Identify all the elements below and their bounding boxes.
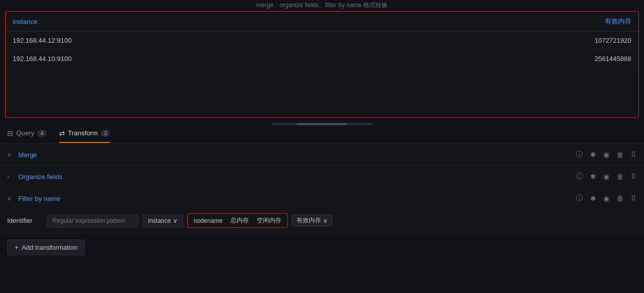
- merge-trash-icon[interactable]: 🗑: [616, 150, 625, 160]
- transform-filter-section: ∨ Filter by name ⓘ ✱ ◉ 🗑 ⠿ Identifier in…: [0, 188, 644, 233]
- filter-title-left: ∨ Filter by name: [7, 195, 60, 202]
- tags-container: nodename 总内存 空闲内存: [187, 213, 288, 228]
- transform-organize-header[interactable]: › Organize fields ⓘ ✱ ◉ 🗑 ⠿: [0, 166, 644, 187]
- tag-nodename[interactable]: nodename: [191, 216, 226, 225]
- filter-title: Filter by name: [18, 195, 60, 202]
- organize-info-icon[interactable]: ⓘ: [575, 171, 584, 182]
- filter-dropdown-value: instance: [148, 217, 171, 224]
- data-table: instance 有效内存 192.168.44.12:9100 1072721…: [6, 12, 638, 68]
- filter-actions: ⓘ ✱ ◉ 🗑 ⠿: [575, 193, 637, 204]
- organize-chevron-icon: ›: [7, 173, 14, 180]
- add-transformation-icon: +: [15, 244, 19, 251]
- filter-dropdown[interactable]: instance ∨: [142, 214, 183, 227]
- transforms-list: ∨ Merge ⓘ ✱ ◉ 🗑 ⠿ › Organize fields: [0, 144, 644, 233]
- filter-settings-icon[interactable]: ✱: [589, 193, 597, 203]
- merge-title: Merge: [18, 151, 37, 159]
- active-tag[interactable]: 有效内存 ∨: [292, 215, 332, 226]
- organize-actions: ⓘ ✱ ◉ 🗑 ⠿: [575, 171, 637, 182]
- merge-settings-icon[interactable]: ✱: [589, 150, 597, 160]
- table-row: 192.168.44.10:9100 2561445888: [6, 50, 638, 68]
- filter-dropdown-chevron: ∨: [173, 217, 178, 224]
- merge-drag-icon[interactable]: ⠿: [630, 150, 637, 160]
- transform-merge-header[interactable]: ∨ Merge ⓘ ✱ ◉ 🗑 ⠿: [0, 144, 644, 165]
- merge-chevron-icon: ∨: [7, 151, 14, 158]
- filter-identifier-label: Identifier: [7, 217, 43, 224]
- add-transformation-button[interactable]: + Add transformation: [7, 240, 85, 255]
- tab-transform-label: Transform: [68, 129, 98, 137]
- table-header-row: instance 有效内存: [6, 12, 638, 32]
- data-table-container: instance 有效内存 192.168.44.12:9100 1072721…: [5, 11, 639, 118]
- query-icon: ⊟: [7, 129, 13, 137]
- organize-title-left: › Organize fields: [7, 173, 63, 181]
- organize-settings-icon[interactable]: ✱: [589, 171, 597, 182]
- organize-drag-icon[interactable]: ⠿: [630, 171, 637, 182]
- top-hint: merge、organize fields、filter by name 格式转…: [256, 0, 388, 13]
- organize-eye-icon[interactable]: ◉: [602, 171, 610, 182]
- active-tag-label: 有效内存: [297, 216, 321, 225]
- add-transformation-label: Add transformation: [22, 244, 78, 251]
- filter-eye-icon[interactable]: ◉: [602, 193, 610, 203]
- filter-drag-icon[interactable]: ⠿: [630, 193, 637, 203]
- organize-trash-icon[interactable]: 🗑: [616, 171, 625, 182]
- merge-title-left: ∨ Merge: [7, 151, 37, 159]
- cell-memory: 1072721920: [378, 32, 638, 50]
- merge-actions: ⓘ ✱ ◉ 🗑 ⠿: [575, 149, 637, 160]
- transform-filter-header[interactable]: ∨ Filter by name ⓘ ✱ ◉ 🗑 ⠿: [0, 188, 644, 209]
- active-tag-chevron: ∨: [323, 217, 328, 224]
- merge-info-icon[interactable]: ⓘ: [575, 149, 584, 160]
- filter-content: Identifier instance ∨ nodename 总内存 空闲内存 …: [0, 209, 644, 233]
- tab-query-label: Query: [16, 129, 34, 137]
- filter-chevron-icon: ∨: [7, 195, 14, 202]
- table-row: 192.168.44.12:9100 1072721920: [6, 32, 638, 50]
- cell-instance: 192.168.44.10:9100: [6, 50, 378, 68]
- cell-memory: 2561445888: [378, 50, 638, 68]
- tab-transform-badge: 3: [101, 130, 110, 137]
- tab-query[interactable]: ⊟ Query 4: [7, 124, 47, 142]
- merge-eye-icon[interactable]: ◉: [602, 150, 610, 160]
- transform-icon: ⇄: [59, 129, 65, 137]
- filter-trash-icon[interactable]: 🗑: [616, 193, 625, 203]
- cell-instance: 192.168.44.12:9100: [6, 32, 378, 50]
- tag-total-mem[interactable]: 总内存: [227, 215, 252, 226]
- transform-merge-section: ∨ Merge ⓘ ✱ ◉ 🗑 ⠿: [0, 144, 644, 166]
- filter-pattern-input[interactable]: [47, 214, 138, 227]
- tab-transform[interactable]: ⇄ Transform 3: [59, 124, 110, 142]
- transform-organize-section: › Organize fields ⓘ ✱ ◉ 🗑 ⠿: [0, 166, 644, 188]
- col-header-memory: 有效内存: [378, 12, 638, 32]
- organize-title: Organize fields: [18, 173, 63, 181]
- tag-free-mem[interactable]: 空闲内存: [254, 215, 284, 226]
- scroll-thumb: [297, 123, 347, 125]
- filter-info-icon[interactable]: ⓘ: [575, 193, 584, 204]
- bottom-panel: ⊟ Query 4 ⇄ Transform 3 ∨ Merge ⓘ ✱ ◉ 🗑: [0, 122, 644, 255]
- tab-query-badge: 4: [37, 130, 46, 137]
- col-header-instance: instance: [6, 12, 378, 32]
- scroll-track[interactable]: [271, 123, 373, 125]
